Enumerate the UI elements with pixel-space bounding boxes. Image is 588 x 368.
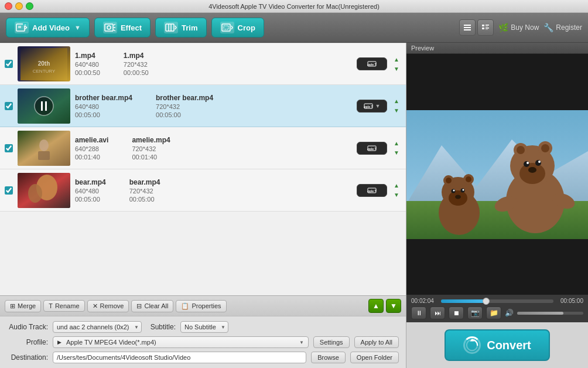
thumbnail-3: [18, 131, 70, 166]
thumbnail-4: [18, 173, 70, 208]
row-down-4[interactable]: ▼: [392, 191, 401, 199]
apply-to-all-button[interactable]: Apply to All: [354, 336, 399, 348]
appletv-dropdown-2[interactable]: ▼: [375, 103, 381, 109]
step-forward-button[interactable]: ⏭: [430, 306, 445, 319]
output-dur-2: 00:05:00: [156, 111, 213, 118]
output-res-4: 720*432: [129, 188, 160, 195]
row-checkbox-4[interactable]: [5, 186, 13, 195]
destination-input[interactable]: [53, 352, 306, 363]
preview-controls: 00:02:04 00:05:00 ⏸ ⏭ ⏹ 📷 📁 🔊: [406, 295, 588, 322]
maximize-button[interactable]: [26, 2, 33, 10]
audio-track-label: Audio Track:: [7, 323, 48, 331]
svg-text:+: +: [24, 23, 26, 26]
svg-rect-17: [464, 27, 471, 28]
list-view-button[interactable]: [459, 19, 476, 36]
folder-button[interactable]: 📁: [486, 306, 501, 319]
input-res-2: 640*480: [75, 103, 132, 110]
pause-button[interactable]: ⏸: [411, 306, 426, 319]
svg-rect-19: [482, 25, 484, 26]
row-down-1[interactable]: ▼: [392, 64, 401, 73]
clear-all-button[interactable]: ⊟ Clear All: [131, 300, 173, 312]
browse-button[interactable]: Browse: [311, 352, 346, 363]
right-panel: Preview: [406, 43, 588, 368]
input-dur-1: 00:00:50: [75, 69, 100, 76]
profile-label: Profile:: [7, 338, 48, 346]
buy-now-label: Buy Now: [511, 23, 539, 32]
title-bar: 4Videosoft Apple TV Video Converter for …: [0, 0, 588, 13]
clear-all-label: Clear All: [144, 302, 168, 309]
row-down-3[interactable]: ▼: [392, 149, 401, 157]
volume-icon: 🔊: [505, 309, 514, 317]
row-down-2[interactable]: ▼: [392, 107, 401, 115]
appletv-btn-4[interactable]: Apple TV: [357, 184, 387, 197]
row-up-3[interactable]: ▲: [392, 139, 401, 148]
window-controls[interactable]: [5, 2, 33, 10]
settings-button[interactable]: Settings: [313, 336, 350, 348]
add-video-button[interactable]: + Add Video ▼: [6, 18, 90, 38]
open-folder-button[interactable]: Open Folder: [350, 352, 399, 363]
move-down-button[interactable]: ▼: [386, 299, 401, 313]
register-button[interactable]: 🔧 Register: [543, 23, 582, 32]
svg-point-58: [527, 162, 529, 164]
appletv-btn-2[interactable]: Apple TV ▼: [357, 100, 387, 113]
profile-select[interactable]: Apple TV MPEG4 Video(*.mp4): [53, 336, 309, 348]
row-checkbox-2[interactable]: [5, 102, 13, 110]
audio-track-row: Audio Track: und aac 2 channels (0x2) Su…: [7, 321, 399, 333]
svg-rect-38: [38, 151, 50, 160]
svg-point-68: [466, 176, 471, 182]
move-up-button[interactable]: ▲: [368, 299, 384, 313]
rename-button[interactable]: T Rename: [43, 300, 84, 312]
row-up-4[interactable]: ▲: [392, 182, 401, 190]
remove-button[interactable]: ✕ Remove: [87, 300, 129, 312]
appletv-btn-1[interactable]: Apple TV: [357, 57, 387, 70]
effect-button[interactable]: Effect: [94, 18, 151, 38]
row-actions-2: ▲ ▼: [392, 97, 401, 115]
toolbar: + Add Video ▼ Effect: [0, 13, 588, 43]
convert-button[interactable]: Convert: [445, 329, 550, 361]
row-up-1[interactable]: ▲: [392, 55, 401, 63]
input-filename-4: bear.mp4: [75, 178, 106, 186]
add-video-dropdown-arrow[interactable]: ▼: [74, 24, 81, 31]
svg-rect-16: [464, 25, 471, 26]
svg-point-55: [519, 163, 545, 184]
progress-track[interactable]: [441, 299, 553, 303]
row-up-2[interactable]: ▲: [392, 97, 401, 105]
profile-select-wrap[interactable]: Apple TV MPEG4 Video(*.mp4): [53, 336, 309, 348]
register-label: Register: [556, 23, 582, 32]
settings-area: Audio Track: und aac 2 channels (0x2) Su…: [0, 316, 406, 368]
main-window: + Add Video ▼ Effect: [0, 13, 588, 368]
appletv-btn-3[interactable]: Apple TV: [357, 142, 387, 155]
detail-view-button[interactable]: [477, 19, 494, 36]
effect-icon: [103, 22, 117, 33]
rename-icon: T: [49, 302, 53, 309]
output-dur-3: 00:01:40: [132, 154, 170, 161]
properties-button[interactable]: 📋 Properties: [176, 300, 226, 312]
minimize-button[interactable]: [15, 2, 23, 10]
file-list: 20th CENTURY 1.mp4 640*480 00:00:50: [0, 43, 406, 295]
screenshot-button[interactable]: 📷: [467, 306, 483, 319]
subtitle-select-wrap[interactable]: No Subtitle: [180, 321, 228, 333]
svg-text:Apple TV: Apple TV: [367, 63, 377, 66]
progress-thumb[interactable]: [483, 298, 490, 305]
row-checkbox-3[interactable]: [5, 144, 13, 152]
svg-text:Apple TV: Apple TV: [367, 147, 377, 151]
svg-point-74: [455, 195, 461, 199]
view-toggle: [459, 19, 494, 36]
close-button[interactable]: [5, 2, 12, 10]
svg-point-31: [35, 97, 53, 115]
stop-button[interactable]: ⏹: [449, 306, 464, 319]
destination-row: Destination: Browse Open Folder: [7, 352, 399, 363]
merge-button[interactable]: ⊞ Merge: [5, 300, 41, 312]
svg-point-59: [538, 161, 541, 163]
subtitle-select[interactable]: No Subtitle: [180, 321, 228, 333]
trim-button[interactable]: Trim: [155, 18, 206, 38]
output-filename-4: bear.mp4: [129, 178, 160, 186]
up-arrow-icon: ▲: [372, 302, 380, 310]
audio-track-select-wrap[interactable]: und aac 2 channels (0x2): [53, 321, 142, 333]
audio-track-select[interactable]: und aac 2 channels (0x2): [53, 321, 142, 333]
row-checkbox-1[interactable]: [5, 60, 13, 68]
svg-text:Apple TV: Apple TV: [367, 189, 377, 193]
volume-track[interactable]: [517, 312, 583, 315]
buy-now-button[interactable]: 🌿 Buy Now: [498, 23, 539, 32]
crop-button[interactable]: Crop: [211, 18, 264, 38]
